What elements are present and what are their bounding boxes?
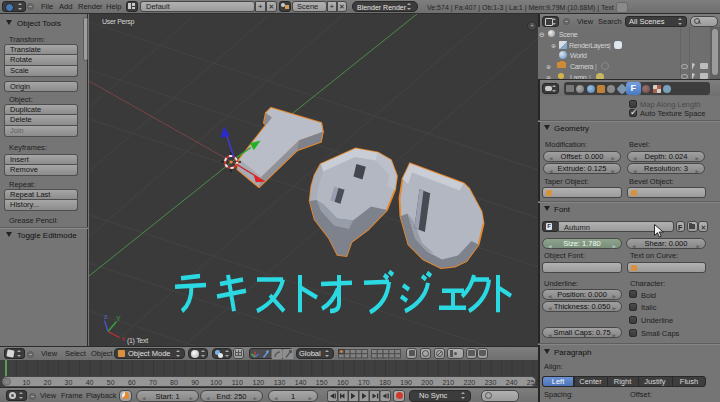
svg-text:130: 130 (274, 379, 286, 386)
svg-text:150: 150 (316, 379, 328, 386)
svg-text:190: 190 (400, 379, 412, 386)
svg-text:220: 220 (464, 379, 476, 386)
svg-text:120: 120 (253, 379, 265, 386)
svg-text:Y: Y (116, 315, 121, 322)
svg-text:40: 40 (86, 379, 94, 386)
svg-text:60: 60 (128, 379, 136, 386)
svg-text:140: 140 (295, 379, 307, 386)
svg-text:x: x (122, 335, 126, 342)
svg-text:210: 210 (442, 379, 454, 386)
svg-text:200: 200 (421, 379, 433, 386)
svg-text:50: 50 (107, 379, 115, 386)
svg-text:170: 170 (358, 379, 370, 386)
svg-text:100: 100 (210, 379, 222, 386)
svg-text:230: 230 (485, 379, 497, 386)
svg-text:240: 240 (506, 379, 518, 386)
svg-text:70: 70 (149, 379, 157, 386)
svg-text:30: 30 (65, 379, 73, 386)
svg-text:110: 110 (232, 379, 243, 386)
svg-text:10: 10 (22, 379, 30, 386)
svg-text:250: 250 (527, 379, 538, 386)
svg-text:20: 20 (44, 379, 52, 386)
svg-text:90: 90 (191, 379, 199, 386)
svg-text:z: z (104, 313, 108, 320)
svg-text:80: 80 (170, 379, 178, 386)
svg-text:180: 180 (379, 379, 391, 386)
svg-text:160: 160 (337, 379, 349, 386)
